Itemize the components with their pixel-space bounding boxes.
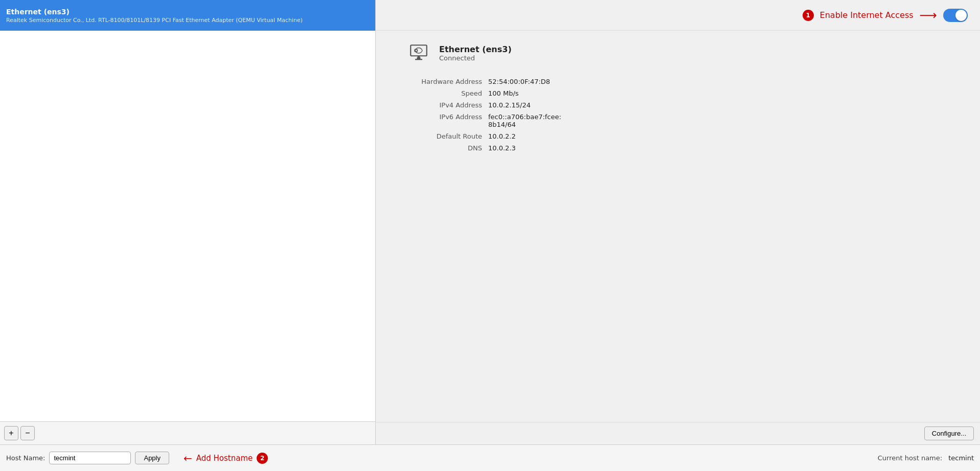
network-status: Connected [439, 54, 512, 62]
hostname-arrow: ← [184, 452, 192, 464]
enable-internet-toggle[interactable] [943, 9, 968, 22]
speed-value: 100 Mb/s [488, 87, 960, 99]
right-panel: 1 Enable Internet Access ⟶ [376, 0, 980, 444]
hardware-address-value: 52:54:00:0F:47:D8 [488, 76, 960, 87]
left-panel: Ethernet (ens3) Realtek Semiconductor Co… [0, 0, 376, 444]
dns-label: DNS [406, 142, 488, 154]
toggle-knob [955, 10, 967, 21]
network-list-body [0, 31, 375, 421]
ipv6-label: IPv6 Address [406, 111, 488, 130]
ipv4-label: IPv4 Address [406, 99, 488, 111]
apply-button[interactable]: Apply [135, 452, 169, 464]
default-route-label: Default Route [406, 130, 488, 142]
network-title-group: Ethernet (ens3) Connected [439, 44, 512, 62]
network-title: Ethernet (ens3) [439, 44, 512, 54]
network-info-header: Ethernet (ens3) Connected [396, 41, 960, 65]
ipv6-value: fec0::a706:bae7:fcee: 8b14/64 [488, 111, 960, 130]
configure-button[interactable]: Configure... [924, 427, 974, 440]
enable-internet-annotation: 1 Enable Internet Access ⟶ [803, 8, 968, 23]
enable-internet-arrow: ⟶ [920, 8, 937, 23]
hostname-annotation: ← Add Hostname 2 [184, 452, 268, 464]
svg-rect-4 [417, 57, 421, 59]
network-icon [406, 41, 431, 65]
hardware-address-label: Hardware Address [406, 76, 488, 87]
bottom-bar: Host Name: Apply ← Add Hostname 2 Curren… [0, 444, 980, 471]
network-details-table: Hardware Address 52:54:00:0F:47:D8 Speed… [406, 76, 960, 154]
ethernet-icon-svg [408, 42, 429, 64]
network-info-section: Ethernet (ens3) Connected Hardware Addre… [376, 31, 980, 164]
adapter-name: Ethernet (ens3) [6, 8, 369, 16]
right-bottom-bar: Configure... [376, 422, 980, 444]
ipv4-value: 10.0.2.15/24 [488, 99, 960, 111]
right-top-bar: 1 Enable Internet Access ⟶ [376, 0, 980, 31]
default-route-value: 10.0.2.2 [488, 130, 960, 142]
enable-internet-badge: 1 [803, 10, 814, 21]
remove-network-button[interactable]: − [20, 426, 35, 440]
enable-internet-label: Enable Internet Access [820, 10, 914, 20]
current-hostname-value: tecmint [948, 454, 974, 462]
hostname-annotation-label: Add Hostname [196, 454, 253, 463]
svg-rect-0 [411, 45, 427, 56]
dns-value: 10.0.2.3 [488, 142, 960, 154]
speed-label: Speed [406, 87, 488, 99]
add-network-button[interactable]: + [4, 426, 18, 440]
host-name-label: Host Name: [6, 454, 45, 462]
current-hostname-label: Current host name: [878, 454, 942, 462]
adapter-description: Realtek Semiconductor Co., Ltd. RTL-8100… [6, 17, 369, 24]
hostname-annotation-badge: 2 [257, 453, 268, 464]
network-list-footer: + − [0, 421, 375, 444]
host-name-input[interactable] [49, 452, 131, 464]
selected-network-header: Ethernet (ens3) Realtek Semiconductor Co… [0, 0, 375, 31]
